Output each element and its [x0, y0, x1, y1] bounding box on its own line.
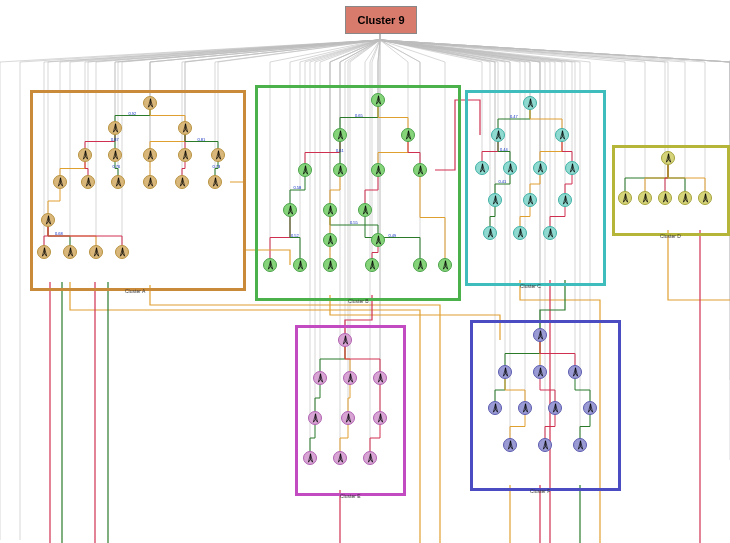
- node-f-2[interactable]: [533, 365, 547, 379]
- node-a-9[interactable]: [81, 175, 95, 189]
- edge-label: 0.92: [129, 111, 137, 116]
- node-d-5[interactable]: [698, 191, 712, 205]
- node-c-0[interactable]: [523, 96, 537, 110]
- node-b-17[interactable]: [438, 258, 452, 272]
- node-f-5[interactable]: [518, 401, 532, 415]
- node-c-6[interactable]: [565, 161, 579, 175]
- cluster-label-b: Cluster B: [348, 298, 369, 304]
- node-b-2[interactable]: [401, 128, 415, 142]
- node-b-12[interactable]: [263, 258, 277, 272]
- node-a-12[interactable]: [175, 175, 189, 189]
- edge-label: 0.76: [113, 164, 121, 169]
- edge-label: 0.65: [355, 113, 363, 118]
- node-a-1[interactable]: [108, 121, 122, 135]
- node-c-12[interactable]: [543, 226, 557, 240]
- node-d-2[interactable]: [638, 191, 652, 205]
- node-c-10[interactable]: [483, 226, 497, 240]
- node-a-16[interactable]: [63, 245, 77, 259]
- node-e-6[interactable]: [373, 411, 387, 425]
- node-a-4[interactable]: [108, 148, 122, 162]
- node-b-14[interactable]: [323, 258, 337, 272]
- node-b-11[interactable]: [323, 233, 337, 247]
- node-e-1[interactable]: [313, 371, 327, 385]
- node-a-15[interactable]: [37, 245, 51, 259]
- node-c-1[interactable]: [491, 128, 505, 142]
- edge-label: 0.68: [55, 231, 63, 236]
- node-a-5[interactable]: [143, 148, 157, 162]
- cluster-box-c[interactable]: [465, 90, 606, 286]
- node-b-10[interactable]: [371, 233, 385, 247]
- node-b-7[interactable]: [283, 203, 297, 217]
- node-b-13[interactable]: [293, 258, 307, 272]
- node-b-5[interactable]: [371, 163, 385, 177]
- node-a-14[interactable]: [41, 213, 55, 227]
- node-b-16[interactable]: [413, 258, 427, 272]
- node-c-5[interactable]: [533, 161, 547, 175]
- node-b-6[interactable]: [413, 163, 427, 177]
- node-b-4[interactable]: [333, 163, 347, 177]
- node-e-3[interactable]: [373, 371, 387, 385]
- node-b-9[interactable]: [358, 203, 372, 217]
- cluster-box-a[interactable]: [30, 90, 246, 291]
- edge-label: 0.87: [111, 137, 119, 142]
- node-e-0[interactable]: [338, 333, 352, 347]
- edge-label: 0.58: [294, 185, 302, 190]
- edge-label: 0.61: [336, 148, 344, 153]
- node-a-18[interactable]: [115, 245, 129, 259]
- node-b-0[interactable]: [371, 93, 385, 107]
- edge-label: 0.52: [291, 233, 299, 238]
- node-e-7[interactable]: [303, 451, 317, 465]
- node-a-2[interactable]: [178, 121, 192, 135]
- node-a-17[interactable]: [89, 245, 103, 259]
- node-d-3[interactable]: [658, 191, 672, 205]
- edge-label: 0.55: [350, 220, 358, 225]
- edge-label: 0.73: [213, 164, 221, 169]
- node-a-7[interactable]: [211, 148, 225, 162]
- node-f-3[interactable]: [568, 365, 582, 379]
- node-c-4[interactable]: [503, 161, 517, 175]
- node-a-8[interactable]: [53, 175, 67, 189]
- node-d-0[interactable]: [661, 151, 675, 165]
- node-a-10[interactable]: [111, 175, 125, 189]
- root-cluster-box[interactable]: Cluster 9: [345, 6, 417, 34]
- cluster-label-d: Cluster D: [660, 233, 681, 239]
- node-a-3[interactable]: [78, 148, 92, 162]
- node-c-9[interactable]: [558, 193, 572, 207]
- cluster-label-c: Cluster C: [520, 283, 541, 289]
- node-f-9[interactable]: [538, 438, 552, 452]
- node-f-0[interactable]: [533, 328, 547, 342]
- edge-label: 0.41: [499, 179, 507, 184]
- edge-label: 0.49: [389, 233, 397, 238]
- node-a-6[interactable]: [178, 148, 192, 162]
- node-f-7[interactable]: [583, 401, 597, 415]
- node-f-1[interactable]: [498, 365, 512, 379]
- node-b-15[interactable]: [365, 258, 379, 272]
- node-e-4[interactable]: [308, 411, 322, 425]
- cluster-label-f: Cluster F: [530, 488, 550, 494]
- node-c-8[interactable]: [523, 193, 537, 207]
- node-f-6[interactable]: [548, 401, 562, 415]
- node-a-13[interactable]: [208, 175, 222, 189]
- node-b-3[interactable]: [298, 163, 312, 177]
- node-e-9[interactable]: [363, 451, 377, 465]
- edge-label: 0.44: [500, 147, 508, 152]
- node-c-7[interactable]: [488, 193, 502, 207]
- node-c-2[interactable]: [555, 128, 569, 142]
- node-f-8[interactable]: [503, 438, 517, 452]
- node-e-2[interactable]: [343, 371, 357, 385]
- cluster-label-e: Cluster E: [340, 493, 361, 499]
- node-e-5[interactable]: [341, 411, 355, 425]
- node-e-8[interactable]: [333, 451, 347, 465]
- node-a-11[interactable]: [143, 175, 157, 189]
- node-d-1[interactable]: [618, 191, 632, 205]
- node-c-11[interactable]: [513, 226, 527, 240]
- edge-label: 0.81: [198, 137, 206, 142]
- edge-label: 0.47: [510, 114, 518, 119]
- node-f-4[interactable]: [488, 401, 502, 415]
- node-b-8[interactable]: [323, 203, 337, 217]
- node-a-0[interactable]: [143, 96, 157, 110]
- node-f-10[interactable]: [573, 438, 587, 452]
- node-b-1[interactable]: [333, 128, 347, 142]
- node-c-3[interactable]: [475, 161, 489, 175]
- node-d-4[interactable]: [678, 191, 692, 205]
